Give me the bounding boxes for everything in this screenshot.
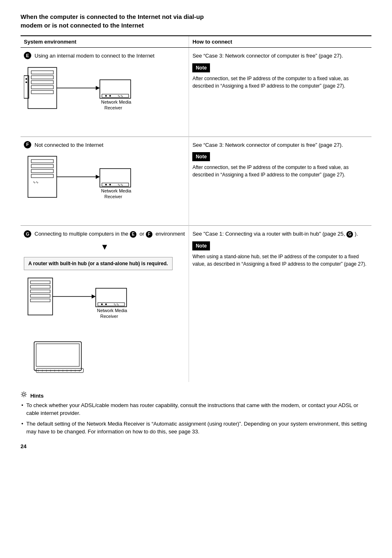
svg-point-8	[25, 81, 27, 83]
svg-text:∿∿: ∿∿	[118, 94, 123, 98]
svg-point-29	[109, 184, 111, 185]
ref-circle-f: F	[146, 231, 152, 238]
how-connect-g: See "Case 1: Connecting via a router wit…	[189, 226, 371, 382]
diagram-f: ∿∿ ∿∿ Network Media Receiver	[24, 152, 185, 218]
svg-rect-34	[30, 281, 50, 284]
system-env-e: E Using an internal modem to connect to …	[21, 48, 189, 137]
note-text-f: After connection, set the IP address of …	[192, 164, 368, 178]
diagram-g-svg: ∿∿ Network Media Receiver	[24, 276, 151, 375]
svg-rect-1	[31, 71, 53, 74]
circle-e: E	[24, 52, 31, 59]
svg-point-44	[105, 303, 107, 305]
svg-rect-11	[100, 80, 131, 98]
svg-text:∿∿: ∿∿	[113, 303, 119, 306]
note-label-g: Note	[192, 241, 210, 250]
ref-circle-g: G	[346, 231, 353, 238]
hint-item-2: The default setting of the Network Media…	[21, 420, 371, 436]
svg-point-13	[105, 95, 107, 97]
how-connect-e: See “Case 3: Network connector of comput…	[189, 48, 371, 137]
svg-rect-20	[31, 164, 53, 168]
svg-text:Network Media: Network Media	[97, 308, 127, 313]
svg-rect-38	[30, 299, 50, 302]
svg-point-28	[105, 184, 107, 185]
svg-point-43	[101, 303, 103, 305]
table-row: E Using an internal modem to connect to …	[21, 48, 371, 137]
svg-rect-22	[31, 174, 53, 178]
note-label-f: Note	[192, 152, 210, 161]
svg-line-70	[22, 396, 23, 396]
circle-f: F	[24, 141, 31, 148]
arrow-down-g: ▼	[24, 241, 185, 253]
svg-rect-26	[100, 169, 131, 187]
svg-text:Network Media: Network Media	[101, 188, 131, 193]
how-connect-f: See “Case 3: Network connector of comput…	[189, 137, 371, 226]
col-system-header: System environment	[21, 36, 189, 48]
page-title: When the computer is connected to the In…	[21, 12, 371, 30]
svg-rect-35	[30, 285, 50, 288]
svg-rect-18	[28, 156, 57, 197]
svg-rect-49	[36, 344, 79, 366]
hints-icon-svg	[21, 391, 27, 398]
svg-rect-5	[31, 90, 53, 94]
system-env-f: F Not connected to the Internet ∿∿	[21, 137, 189, 226]
diagram-e: ∿∿ Network Media Receiver	[24, 63, 185, 129]
note-label-e: Note	[192, 63, 210, 72]
system-env-g: G Connecting to multiple computers in th…	[21, 226, 189, 382]
diagram-f-svg: ∿∿ ∿∿ Network Media Receiver	[24, 152, 151, 218]
ref-circle-e: E	[130, 231, 136, 238]
hints-title: Hints	[21, 391, 371, 399]
svg-line-67	[22, 392, 23, 393]
page-number: 24	[21, 443, 371, 449]
svg-rect-41	[96, 288, 127, 307]
svg-marker-10	[96, 86, 100, 90]
system-desc-g: Connecting to multiple computers in the …	[35, 230, 185, 238]
svg-text:Receiver: Receiver	[104, 194, 122, 199]
svg-text:∿∿: ∿∿	[118, 183, 123, 187]
svg-rect-3	[31, 81, 53, 84]
svg-point-62	[23, 393, 25, 396]
svg-text:Network Media: Network Media	[101, 100, 131, 104]
svg-point-14	[109, 95, 111, 97]
how-text-f: See “Case 3: Network connector of comput…	[192, 141, 368, 149]
hints-section: Hints To check whether your ADSL/cable m…	[21, 389, 371, 436]
svg-point-7	[25, 78, 27, 80]
svg-text:Receiver: Receiver	[100, 314, 118, 319]
table-row: F Not connected to the Internet ∿∿	[21, 137, 371, 226]
hint-icon	[21, 391, 27, 398]
diagram-e-svg: ∿∿ Network Media Receiver	[24, 63, 151, 129]
router-required-box: A router with built-in hub (or a stand-a…	[24, 257, 173, 270]
svg-rect-4	[31, 86, 53, 89]
svg-marker-25	[96, 175, 100, 179]
table-row: G Connecting to multiple computers in th…	[21, 226, 371, 382]
hints-list: To check whether your ADSL/cable modem h…	[21, 401, 371, 436]
note-text-g: When using a stand-alone hub, set the IP…	[192, 253, 368, 268]
note-text-e: After connection, set the IP address of …	[192, 75, 368, 90]
svg-rect-2	[31, 76, 53, 79]
how-text-g: See "Case 1: Connecting via a router wit…	[192, 230, 368, 238]
svg-marker-40	[92, 294, 96, 299]
diagram-g: ∿∿ Network Media Receiver	[24, 276, 185, 375]
svg-line-69	[25, 392, 26, 393]
hint-item-1: To check whether your ADSL/cable modem h…	[21, 401, 371, 417]
system-desc-f: Not connected to the Internet	[35, 141, 104, 149]
how-text-e: See “Case 3: Network connector of comput…	[192, 52, 368, 60]
svg-text:Receiver: Receiver	[104, 105, 122, 110]
svg-line-68	[25, 396, 26, 396]
system-desc-e: Using an internal modem to connect to th…	[35, 52, 154, 60]
svg-rect-0	[28, 67, 57, 109]
svg-rect-37	[30, 294, 50, 297]
svg-rect-36	[30, 290, 50, 293]
col-how-header: How to connect	[189, 36, 371, 48]
svg-text:∿∿: ∿∿	[33, 181, 39, 184]
circle-g: G	[24, 230, 31, 238]
svg-rect-21	[31, 169, 53, 173]
svg-rect-19	[31, 160, 53, 163]
main-table: System environment How to connect E Usin…	[21, 35, 371, 382]
